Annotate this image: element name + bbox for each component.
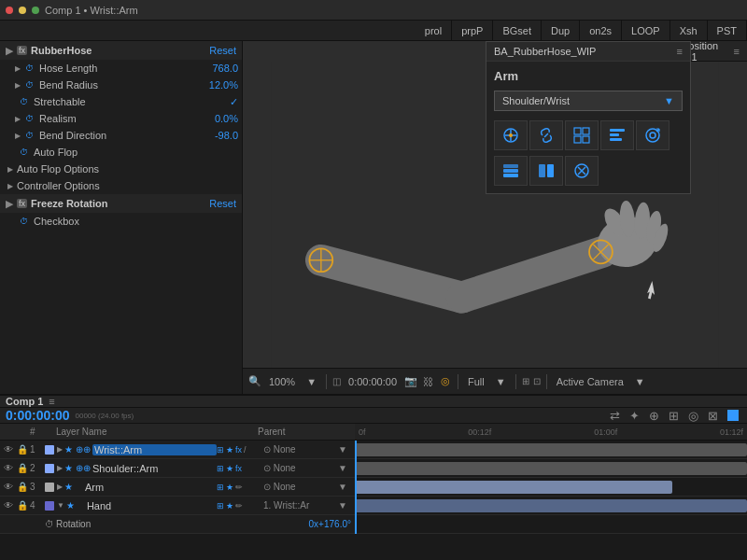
svg-point-3: [509, 133, 513, 137]
zoom-level[interactable]: 100%: [265, 376, 299, 387]
layer-pen-4[interactable]: ✏: [235, 501, 243, 511]
layer-name-1[interactable]: Wrist::Arm: [92, 444, 217, 455]
add-joint-btn[interactable]: [494, 120, 528, 150]
zoom-arrow[interactable]: ▼: [303, 376, 320, 387]
lock-toggle-2[interactable]: 🔒: [17, 463, 30, 473]
popup-menu-icon[interactable]: ≡: [677, 46, 683, 57]
layer-expand-2[interactable]: ▶: [57, 464, 63, 472]
layer-fx-2[interactable]: fx: [235, 464, 242, 473]
layer-row-3[interactable]: 👁 🔒 3 ▶ ★ ⊕ Arm ⊞ ★ ✏ ⊙ None ▼: [0, 478, 355, 497]
parent-arrow-1[interactable]: ▼: [338, 444, 351, 455]
vt-sep4: [546, 374, 547, 389]
fx-freeze-name: Freeze Rotation: [31, 198, 209, 209]
layer-sw-3[interactable]: ⊞: [217, 483, 224, 492]
layer-expand-4[interactable]: ▼: [57, 501, 64, 510]
svg-rect-14: [503, 164, 518, 168]
tab-BGset[interactable]: BGset: [493, 21, 542, 41]
auto-flop-options[interactable]: Auto Flop Options: [0, 161, 242, 177]
tab-prpP[interactable]: prpP: [452, 21, 493, 41]
timeline-menu-icon[interactable]: ≡: [49, 396, 54, 407]
popup-panel: BA_RubberHose_WIP ≡ Arm Shoulder/Wrist ▼: [486, 41, 691, 194]
parent-arrow-4[interactable]: ▼: [338, 500, 351, 511]
layer-color-3: [45, 483, 54, 492]
parent-col-header: Parent: [258, 427, 351, 437]
popup-dropdown[interactable]: Shoulder/Wrist ▼: [494, 91, 683, 111]
layer-row-2[interactable]: 👁 🔒 2 ▶ ★ ⊕⊕ Shoulder::Arm ⊞ ★ fx ⊙ None…: [0, 459, 355, 478]
layer-aa-4[interactable]: ★: [226, 501, 233, 511]
parent-arrow-3[interactable]: ▼: [338, 482, 351, 492]
tl-icon-5[interactable]: ◎: [688, 409, 698, 423]
align-btn[interactable]: [600, 120, 634, 150]
parent-arrow-2[interactable]: ▼: [338, 463, 351, 473]
layer-aa-1[interactable]: ★: [226, 445, 233, 455]
bend-dir-value[interactable]: -98.0: [215, 130, 238, 141]
lock-toggle-1[interactable]: 🔒: [17, 444, 30, 455]
fx-freeze-reset[interactable]: Reset: [209, 198, 236, 209]
track-lane-1: [355, 441, 747, 459]
realism-icon: ⏱: [22, 112, 35, 125]
lock-toggle-3[interactable]: 🔒: [17, 482, 30, 492]
composition-menu-icon[interactable]: ≡: [734, 46, 740, 57]
tl-icon-3[interactable]: ⊕: [649, 409, 659, 423]
realism-value[interactable]: 0.0%: [215, 113, 238, 124]
layer-stack-btn[interactable]: [494, 156, 528, 186]
playhead[interactable]: [355, 441, 357, 534]
vis-toggle-2[interactable]: 👁: [4, 463, 17, 473]
vis-toggle-3[interactable]: 👁: [4, 482, 17, 492]
link-btn[interactable]: [529, 120, 563, 150]
timecode-display[interactable]: 0:00:00:00: [345, 376, 401, 387]
layer-aa-2[interactable]: ★: [226, 464, 233, 473]
tl-icon-2[interactable]: ✦: [629, 409, 640, 423]
svg-rect-18: [547, 164, 554, 177]
bend-radius-value[interactable]: 12.0%: [209, 79, 238, 91]
tab-Dup[interactable]: Dup: [542, 21, 580, 41]
layer-row-4[interactable]: 👁 🔒 4 ▼ ★ ⊕ Hand ⊞ ★ ✏ 1. Wrist::Ar ▼: [0, 497, 355, 515]
x-circle-btn[interactable]: [565, 156, 599, 186]
layer-name-3[interactable]: Arm: [85, 482, 217, 493]
layer-expand-3[interactable]: ▶: [57, 483, 63, 491]
layer-expand-1[interactable]: ▶: [57, 445, 63, 454]
rotation-value[interactable]: 0x+176.0°: [309, 519, 351, 529]
layer-name-2[interactable]: Shoulder::Arm: [92, 463, 217, 474]
vis-toggle-1[interactable]: 👁: [4, 444, 17, 455]
layer-stack2-btn[interactable]: [529, 156, 563, 186]
lock-toggle-4[interactable]: 🔒: [17, 500, 30, 511]
tl-icon-6[interactable]: ⊠: [708, 409, 718, 423]
layer-row-1[interactable]: 👁 🔒 1 ▶ ★ ⊕⊕ Wrist::Arm ⊞ ★ fx / ⊙ None …: [0, 441, 355, 459]
minimize-dot[interactable]: [19, 7, 26, 14]
layer-pen-3[interactable]: ✏: [235, 483, 243, 492]
popup-header: BA_RubberHose_WIP ≡: [486, 42, 690, 62]
tab-on2s[interactable]: on2s: [580, 21, 622, 41]
layer-sw-1[interactable]: ⊞: [217, 445, 224, 455]
layer-type-1: ★: [64, 444, 73, 455]
camera-label[interactable]: Active Camera: [553, 376, 627, 387]
tl-icon-1[interactable]: ⇄: [610, 409, 620, 423]
layer-fx-1[interactable]: fx: [235, 445, 242, 455]
quality-arrow[interactable]: ▼: [492, 376, 510, 387]
target-btn[interactable]: [636, 120, 669, 150]
close-dot[interactable]: [6, 7, 13, 14]
timeline-timecode[interactable]: 0:00:00:00: [6, 408, 70, 423]
layer-name-4[interactable]: Hand: [87, 500, 217, 511]
tl-icon-4[interactable]: ⊞: [669, 409, 679, 423]
stretchable-check[interactable]: ✓: [230, 96, 238, 108]
quality-label[interactable]: Full: [464, 376, 488, 387]
tab-Xsh[interactable]: Xsh: [670, 21, 708, 41]
tab-PST[interactable]: PST: [708, 21, 747, 41]
grid-btn[interactable]: [565, 120, 599, 150]
camera-arrow[interactable]: ▼: [631, 376, 649, 387]
grid2-icon: ⊞: [522, 376, 529, 386]
layer-sw-2[interactable]: ⊞: [217, 464, 224, 473]
layer-aa-3[interactable]: ★: [226, 483, 233, 492]
vis-toggle-4[interactable]: 👁: [4, 500, 17, 511]
layer-sw-4[interactable]: ⊞: [217, 501, 224, 511]
tab-LOOP[interactable]: LOOP: [622, 21, 670, 41]
hose-length-value[interactable]: 768.0: [212, 63, 238, 74]
controller-options[interactable]: Controller Options: [0, 177, 242, 194]
maximize-dot[interactable]: [32, 7, 39, 14]
layer-type-2: ★: [64, 463, 73, 473]
icon-grid-row2: [494, 156, 683, 186]
tab-prol[interactable]: prol: [416, 21, 452, 41]
layer-link-3: ⊕: [76, 482, 83, 492]
fx-rubberhose-reset[interactable]: Reset: [209, 45, 236, 56]
